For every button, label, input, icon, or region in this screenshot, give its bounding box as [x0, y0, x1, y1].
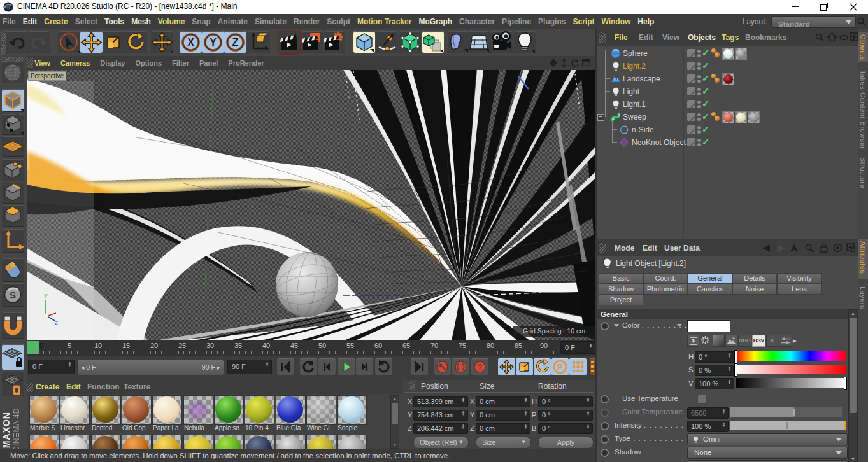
svg-text:Z: Z: [232, 37, 239, 48]
svg-text:Z: Z: [55, 320, 58, 326]
svg-text:X: X: [187, 37, 194, 48]
svg-text:?: ?: [478, 363, 482, 372]
svg-text:Y: Y: [44, 293, 48, 299]
svg-text:Y: Y: [210, 37, 217, 48]
svg-text:P: P: [557, 363, 562, 372]
svg-text:S: S: [10, 290, 16, 300]
